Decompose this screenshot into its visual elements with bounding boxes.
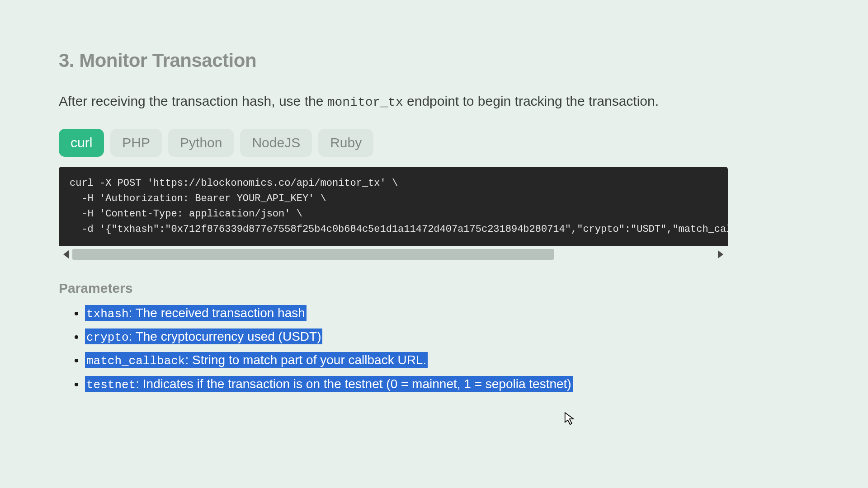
parameters-list: txhash: The received transaction hash cr…: [59, 302, 746, 395]
section-heading: 3. Monitor Transaction: [59, 50, 746, 71]
tab-nodejs[interactable]: NodeJS: [240, 129, 312, 157]
intro-text-after: endpoint to begin tracking the transacti…: [403, 94, 659, 108]
inline-code-monitor-tx: monitor_tx: [327, 95, 403, 109]
param-desc: : The received transaction hash: [129, 306, 305, 320]
horizontal-scrollbar[interactable]: [59, 246, 728, 263]
param-name: crypto: [86, 331, 129, 344]
scroll-left-icon[interactable]: [63, 250, 69, 258]
tab-python[interactable]: Python: [168, 129, 234, 157]
mouse-cursor-icon: [564, 412, 576, 426]
intro-paragraph: After receiving the transaction hash, us…: [59, 89, 701, 113]
tab-php[interactable]: PHP: [110, 129, 162, 157]
intro-text-before: After receiving the transaction hash, us…: [59, 94, 327, 108]
param-desc: : The cryptocurrency used (USDT): [129, 329, 321, 343]
param-desc: : String to match part of your callback …: [185, 353, 426, 367]
param-name: match_callback: [86, 354, 185, 368]
scroll-right-icon[interactable]: [718, 250, 723, 258]
parameters-heading: Parameters: [59, 281, 746, 296]
scroll-thumb[interactable]: [72, 249, 554, 260]
list-item: crypto: The cryptocurrency used (USDT): [85, 326, 746, 347]
code-example: curl -X POST 'https://blockonomics.co/ap…: [59, 167, 728, 263]
param-name: testnet: [86, 378, 136, 392]
list-item: txhash: The received transaction hash: [85, 302, 746, 324]
param-desc: : Indicates if the transaction is on the…: [136, 377, 571, 391]
tab-ruby[interactable]: Ruby: [318, 129, 373, 157]
language-tabs: curl PHP Python NodeJS Ruby: [59, 129, 746, 157]
scroll-track[interactable]: [72, 249, 714, 260]
param-name: txhash: [86, 307, 129, 321]
list-item: match_callback: String to match part of …: [85, 349, 746, 371]
list-item: testnet: Indicates if the transaction is…: [85, 373, 746, 395]
tab-curl[interactable]: curl: [59, 129, 104, 157]
code-block[interactable]: curl -X POST 'https://blockonomics.co/ap…: [59, 167, 728, 246]
